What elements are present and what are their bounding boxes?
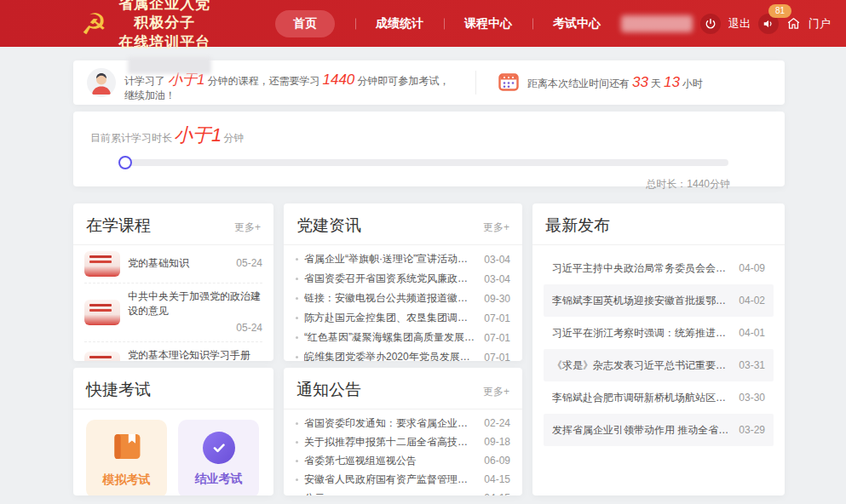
quick-exam-card: 快捷考试 模拟考试 bbox=[73, 368, 273, 495]
notice-date: 04-15 bbox=[477, 473, 510, 485]
home-icon[interactable] bbox=[786, 16, 801, 31]
bullet-dot bbox=[296, 356, 298, 358]
duration-label-row: 目前累计学习时长小于1分钟 bbox=[90, 123, 768, 148]
brand: ☭ 省属企业入党积极分子 在线培训平台 bbox=[81, 0, 214, 52]
study-duration-card: 目前累计学习时长小于1分钟 总时长：1440分钟 bbox=[73, 112, 785, 186]
latest-text: 习近平在浙江考察时强调：统筹推进疫情防控... bbox=[552, 326, 732, 341]
bullet-dot bbox=[296, 336, 298, 339]
latest-item[interactable]: 习近平主持中央政治局常务委员会会议 分析国... 04-09 bbox=[544, 252, 774, 284]
course-thumbnail bbox=[84, 352, 120, 361]
latest-date: 03-30 bbox=[732, 392, 765, 404]
days-remaining: 33 bbox=[632, 74, 648, 90]
bullet-dot bbox=[296, 297, 298, 300]
power-icon[interactable] bbox=[700, 14, 721, 34]
latest-posts-title: 最新发布 bbox=[545, 215, 610, 237]
top-header: ☭ 省属企业入党积极分子 在线培训平台 首页 成绩统计 课程中心 考试中心 bbox=[0, 0, 846, 47]
latest-date: 04-02 bbox=[732, 295, 765, 306]
news-date: 03-04 bbox=[477, 254, 510, 266]
notice-item[interactable]: 省委第七巡视组巡视公告 06-09 bbox=[296, 451, 510, 470]
news-date: 07-01 bbox=[477, 312, 510, 324]
notice-text: 省委第七巡视组巡视公告 bbox=[304, 454, 477, 468]
latest-item[interactable]: 李锦斌赴合肥市调研新桥机场航站区规划建设... 03-30 bbox=[544, 381, 774, 414]
news-date: 07-01 bbox=[477, 352, 510, 362]
latest-item[interactable]: 习近平在浙江考察时强调：统筹推进疫情防控... 04-01 bbox=[544, 317, 774, 349]
latest-item[interactable]: 李锦斌李国英机场迎接安徽首批援鄂医疗队凯... 04-02 bbox=[544, 284, 774, 317]
latest-text: 李锦斌赴合肥市调研新桥机场航站区规划建设... bbox=[552, 391, 732, 405]
news-date: 07-01 bbox=[477, 332, 510, 344]
notice-text: 关于拟推荐申报第十二届全省高技能人才评选... bbox=[304, 435, 477, 450]
course-name: 党的基本理论知识学习手册 bbox=[128, 348, 250, 361]
courses-card: 在学课程 更多+ 党的基础知识 05-24 bbox=[73, 203, 273, 361]
username-censored-banner bbox=[128, 57, 211, 74]
latest-posts-list: 习近平主持中央政治局常务委员会会议 分析国... 04-09 李锦斌李国英机场迎… bbox=[532, 252, 785, 446]
final-exam-button[interactable]: 结业考试 bbox=[178, 420, 259, 495]
news-item[interactable]: 省国资委召开省国资系统党风廉政建设和反腐... 03-04 bbox=[296, 269, 510, 289]
study-summary-banner: 计学习了小于1分钟的课程，还需要学习1440分钟即可参加考试，继续加油！ 距离本… bbox=[73, 60, 785, 105]
main-content: 在学课程 更多+ 党的基础知识 05-24 bbox=[73, 203, 785, 495]
news-item[interactable]: 皖维集团党委举办2020年党员发展对象培训班... 07-01 bbox=[296, 347, 510, 361]
bullet-dot bbox=[296, 460, 298, 462]
site-title-line1: 省属企业入党积极分子 bbox=[115, 0, 214, 33]
bullet-dot bbox=[296, 278, 298, 280]
news-date: 09-30 bbox=[477, 293, 510, 305]
latest-date: 04-09 bbox=[732, 262, 765, 274]
notice-item[interactable]: 公示 04-15 bbox=[296, 489, 510, 495]
notice-item[interactable]: 省国资委印发通知：要求省属企业认真贯彻落... 02-24 bbox=[296, 414, 510, 432]
latest-posts-header: 最新发布 bbox=[532, 203, 785, 245]
quick-exam-title: 快捷考试 bbox=[86, 379, 151, 401]
bullet-dot bbox=[296, 478, 298, 481]
total-duration: 总时长：1440分钟 bbox=[90, 177, 768, 192]
mock-exam-button[interactable]: 模拟考试 bbox=[86, 420, 167, 495]
course-thumbnail bbox=[84, 251, 120, 277]
nav-item[interactable]: 成绩统计 bbox=[355, 10, 444, 37]
course-thumbnail bbox=[84, 300, 120, 325]
courses-more-link[interactable]: 更多+ bbox=[234, 220, 261, 235]
study-progress-slider[interactable] bbox=[121, 156, 728, 169]
nav-item-label: 成绩统计 bbox=[376, 10, 423, 37]
notice-item[interactable]: 安徽省人民政府国有资产监督管理委员会网站... 04-15 bbox=[296, 470, 510, 489]
latest-item[interactable]: 《求是》杂志发表习近平总书记重要文章《在... 03-31 bbox=[544, 349, 774, 381]
portal-link[interactable]: 门户 bbox=[809, 16, 831, 32]
party-news-card: 党建资讯 更多+ 省属企业“举旗帜·送理论”宣讲活动走进华安... 03-04 … bbox=[284, 203, 522, 361]
nav-item-label: 考试中心 bbox=[553, 10, 601, 37]
notice-item[interactable]: 关于拟推荐申报第十二届全省高技能人才评选... 09-18 bbox=[296, 432, 510, 451]
news-item[interactable]: “红色基因”凝聚海螺集团高质量发展磅礴力... 07-01 bbox=[296, 328, 510, 347]
course-item[interactable]: 党的基础知识 05-24 bbox=[84, 245, 262, 284]
party-news-more-link[interactable]: 更多+ bbox=[483, 220, 509, 235]
news-text: 陈方赴国元金控集团、农垦集团调研督导 bbox=[304, 311, 477, 325]
nav-item[interactable]: 首页 bbox=[255, 10, 355, 37]
news-item[interactable]: 陈方赴国元金控集团、农垦集团调研督导 07-01 bbox=[296, 308, 510, 328]
latest-item[interactable]: 发挥省属企业引领带动作用 推动全省企业尽快... 03-29 bbox=[544, 414, 774, 446]
notice-text: 安徽省人民政府国有资产监督管理委员会网站... bbox=[304, 472, 477, 487]
news-item[interactable]: 链接：安徽电视台公共频道报道徽商职业学院... 09-30 bbox=[296, 289, 510, 308]
speaker-icon[interactable]: 81 bbox=[758, 14, 779, 34]
quick-exam-header: 快捷考试 bbox=[73, 368, 273, 410]
latest-text: 李锦斌李国英机场迎接安徽首批援鄂医疗队凯... bbox=[552, 294, 732, 308]
final-exam-label: 结业考试 bbox=[195, 472, 243, 487]
party-news-title: 党建资讯 bbox=[296, 215, 361, 237]
slider-track[interactable] bbox=[121, 159, 728, 166]
study-summary: 计学习了小于1分钟的课程，还需要学习1440分钟即可参加考试，继续加油！ bbox=[87, 62, 453, 103]
slider-handle[interactable] bbox=[118, 156, 132, 169]
mock-exam-label: 模拟考试 bbox=[103, 472, 151, 488]
deadline-info: 距离本次结业时间还有33天13小时 bbox=[498, 72, 703, 94]
logout-button[interactable]: 退出 bbox=[728, 16, 751, 32]
course-item[interactable]: 中共中央关于加强党的政治建设的意见 05-24 bbox=[84, 284, 262, 342]
news-item[interactable]: 省属企业“举旗帜·送理论”宣讲活动走进华安... 03-04 bbox=[296, 249, 510, 269]
course-list: 党的基础知识 05-24 中共中央关于加强党的政治建设的意见 05-24 bbox=[73, 245, 273, 361]
course-date: 05-24 bbox=[229, 321, 262, 335]
notices-header: 通知公告 更多+ bbox=[284, 368, 522, 410]
latest-date: 03-31 bbox=[732, 359, 765, 371]
site-title-line2: 在线培训平台 bbox=[115, 33, 214, 52]
bullet-dot bbox=[296, 317, 298, 319]
notices-more-link[interactable]: 更多+ bbox=[483, 385, 509, 399]
nav-item[interactable]: 考试中心 bbox=[532, 10, 621, 37]
book-icon bbox=[110, 431, 144, 465]
notices-card: 通知公告 更多+ 省国资委印发通知：要求省属企业认真贯彻落... 02-24 关… bbox=[284, 368, 522, 495]
news-text: 省属企业“举旗帜·送理论”宣讲活动走进华安... bbox=[304, 252, 477, 266]
nav-item[interactable]: 课程中心 bbox=[444, 10, 532, 37]
course-item[interactable]: 党的基本理论知识学习手册 05-24 bbox=[84, 342, 262, 361]
user-area: 退出 81 门户 bbox=[621, 14, 831, 34]
username-censored bbox=[621, 15, 693, 32]
latest-date: 04-01 bbox=[732, 327, 765, 339]
